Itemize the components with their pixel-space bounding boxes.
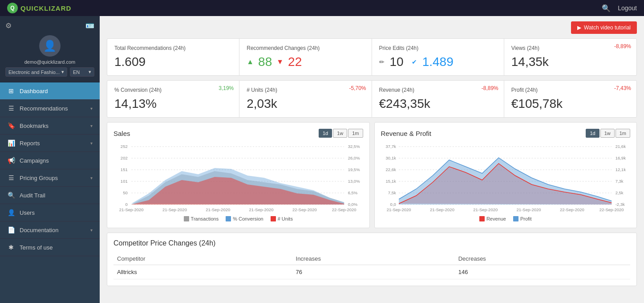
recommendations-icon: ☰ bbox=[7, 105, 15, 112]
stat-conversion: % Conversion (24h) 3,19% 14,13% bbox=[107, 81, 239, 117]
svg-text:101: 101 bbox=[121, 179, 128, 184]
charts-row: Sales 1d 1w 1m bbox=[107, 122, 637, 228]
svg-text:21-Sep-2020: 21-Sep-2020 bbox=[473, 208, 498, 212]
logo: Q QUICKLIZARD bbox=[7, 3, 71, 13]
legend-label: Revenue bbox=[486, 216, 506, 221]
legend-profit: Profit bbox=[513, 216, 532, 221]
reports-icon: 📊 bbox=[7, 139, 15, 147]
stat-down-value: 22 bbox=[288, 55, 302, 69]
search-icon[interactable]: 🔍 bbox=[602, 4, 611, 12]
chart-header: Revenue & Profit 1d 1w 1m bbox=[381, 129, 631, 138]
sidebar-item-bookmarks[interactable]: 🔖 Bookmarks ▾ bbox=[0, 117, 100, 135]
users-icon: 👤 bbox=[7, 209, 15, 216]
top-navbar: Q QUICKLIZARD 🔍 Logout bbox=[0, 0, 644, 16]
sales-chart-svg: 252 202 151 101 50 0 32,5% 26,0% 19,5% 1… bbox=[113, 142, 363, 213]
lang-dropdown[interactable]: EN ▾ bbox=[70, 67, 94, 77]
sidebar-item-label: Pricing Groups bbox=[20, 175, 58, 181]
sidebar-item-pricing-groups[interactable]: ☰ Pricing Groups ▾ bbox=[0, 169, 100, 187]
svg-text:0: 0 bbox=[125, 202, 127, 207]
svg-text:32,5%: 32,5% bbox=[348, 144, 360, 149]
stat-value-row: ✏ 10 ✔ 1.489 bbox=[379, 55, 497, 69]
svg-text:22-Sep-2020: 22-Sep-2020 bbox=[292, 208, 317, 212]
svg-text:21-Sep-2020: 21-Sep-2020 bbox=[119, 208, 144, 212]
sidebar-item-audit-trail[interactable]: 🔍 Audit Trail bbox=[0, 187, 100, 204]
chevron-down-icon: ▾ bbox=[89, 69, 91, 75]
stat-check-value: 1.489 bbox=[422, 55, 454, 69]
chevron-icon: ▾ bbox=[90, 123, 93, 128]
watch-video-button[interactable]: ▶ Watch video tutorial bbox=[571, 21, 637, 34]
svg-text:21-Sep-2020: 21-Sep-2020 bbox=[386, 208, 411, 212]
revenue-chart-legend: Revenue Profit bbox=[381, 216, 631, 221]
chevron-icon: ▾ bbox=[90, 141, 93, 146]
tab-1m[interactable]: 1m bbox=[616, 129, 630, 138]
stat-title: Views (24h) bbox=[511, 45, 629, 51]
legend-units: # Units bbox=[271, 216, 293, 221]
sales-chart-area: 252 202 151 101 50 0 32,5% 26,0% 19,5% 1… bbox=[113, 142, 363, 213]
sales-chart-card: Sales 1d 1w 1m bbox=[107, 122, 370, 228]
svg-text:7,3k: 7,3k bbox=[615, 179, 623, 184]
sidebar-item-dashboard[interactable]: ⊞ Dashboard bbox=[0, 82, 100, 100]
sidebar-item-terms-of-use[interactable]: ✱ Terms of use bbox=[0, 239, 100, 256]
legend-box bbox=[226, 216, 231, 221]
svg-text:-2,3k: -2,3k bbox=[615, 202, 625, 207]
stat-units: # Units (24h) -5,70% 2,03k bbox=[239, 81, 372, 117]
store-dropdown[interactable]: Electronic and Fashio... ▾ bbox=[5, 67, 67, 77]
sidebar-item-reports[interactable]: 📊 Reports ▾ bbox=[0, 135, 100, 152]
pencil-icon: ✏ bbox=[379, 58, 385, 66]
svg-text:37,7k: 37,7k bbox=[385, 144, 396, 149]
svg-text:22-Sep-2020: 22-Sep-2020 bbox=[332, 208, 356, 212]
svg-text:50: 50 bbox=[123, 191, 128, 195]
competitor-decreases: 146 bbox=[455, 265, 630, 279]
documentation-icon: 📄 bbox=[7, 226, 15, 233]
svg-text:7,5k: 7,5k bbox=[388, 191, 396, 195]
logout-button[interactable]: Logout bbox=[618, 4, 637, 12]
stat-badge-neg: -8,89% bbox=[482, 85, 498, 91]
stats-row-2: % Conversion (24h) 3,19% 14,13% # Units … bbox=[107, 80, 637, 118]
stat-value: 2,03k bbox=[247, 97, 364, 111]
sidebar-item-users[interactable]: 👤 Users bbox=[0, 204, 100, 221]
stat-badge-neg: -7,43% bbox=[614, 85, 631, 91]
sales-chart-legend: Transactions % Conversion # Units bbox=[113, 216, 363, 221]
tab-1d[interactable]: 1d bbox=[586, 129, 599, 138]
revenue-chart-svg: 37,7k 30,1k 22,6k 15,1k 7,5k 0,0 21,6k 1… bbox=[381, 142, 631, 213]
tab-1d[interactable]: 1d bbox=[319, 129, 332, 138]
legend-label: # Units bbox=[278, 216, 293, 221]
sidebar-item-label: Recommendations bbox=[20, 105, 68, 112]
audit-trail-icon: 🔍 bbox=[7, 192, 15, 199]
arrow-down-icon: ▼ bbox=[276, 58, 284, 66]
tab-1m[interactable]: 1m bbox=[348, 129, 363, 138]
svg-text:6,5%: 6,5% bbox=[348, 191, 358, 195]
svg-text:21-Sep-2020: 21-Sep-2020 bbox=[162, 208, 187, 212]
stat-value: 14,35k bbox=[511, 55, 629, 69]
stat-value: €105,78k bbox=[511, 97, 629, 111]
stat-title: % Conversion (24h) bbox=[114, 87, 232, 93]
legend-label: Transactions bbox=[191, 216, 219, 221]
sidebar-item-documentation[interactable]: 📄 Documentation ▾ bbox=[0, 221, 100, 239]
svg-text:2,5k: 2,5k bbox=[615, 191, 623, 195]
stat-revenue: Revenue (24h) -8,89% €243,35k bbox=[372, 81, 504, 117]
profile-card-icon[interactable]: 🪪 bbox=[85, 21, 94, 30]
revenue-chart-area: 37,7k 30,1k 22,6k 15,1k 7,5k 0,0 21,6k 1… bbox=[381, 142, 631, 213]
stat-price-edits: Price Edits (24h) ✏ 10 ✔ 1.489 bbox=[372, 39, 504, 75]
tab-1w[interactable]: 1w bbox=[333, 129, 347, 138]
chart-title: Sales bbox=[113, 130, 130, 137]
svg-text:13,0%: 13,0% bbox=[348, 179, 360, 184]
stat-value: 1.609 bbox=[114, 55, 232, 69]
sidebar-email: demo@quicklizard.com bbox=[24, 59, 76, 65]
play-icon: ▶ bbox=[577, 25, 581, 31]
col-increases: Increases bbox=[292, 253, 455, 265]
stat-recommended-changes: Recommended Changes (24h) ▲ 88 ▼ 22 bbox=[239, 39, 372, 75]
gear-icon[interactable]: ⚙ bbox=[5, 21, 12, 30]
svg-text:26,0%: 26,0% bbox=[348, 156, 360, 160]
sidebar-item-campaigns[interactable]: 📢 Campaigns bbox=[0, 152, 100, 169]
stat-badge-pos: 3,19% bbox=[219, 85, 234, 91]
revenue-chart-card: Revenue & Profit 1d 1w 1m bbox=[374, 122, 637, 228]
sidebar-item-recommendations[interactable]: ☰ Recommendations ▾ bbox=[0, 100, 100, 117]
svg-text:15,1k: 15,1k bbox=[385, 179, 396, 184]
svg-text:22,6k: 22,6k bbox=[385, 168, 396, 172]
video-btn-label: Watch video tutorial bbox=[584, 25, 631, 31]
logo-text-quick: QUICKLIZARD bbox=[20, 4, 71, 12]
tab-1w[interactable]: 1w bbox=[600, 129, 615, 138]
chevron-icon: ▾ bbox=[90, 106, 93, 111]
logo-text: QUICKLIZARD bbox=[20, 4, 71, 12]
